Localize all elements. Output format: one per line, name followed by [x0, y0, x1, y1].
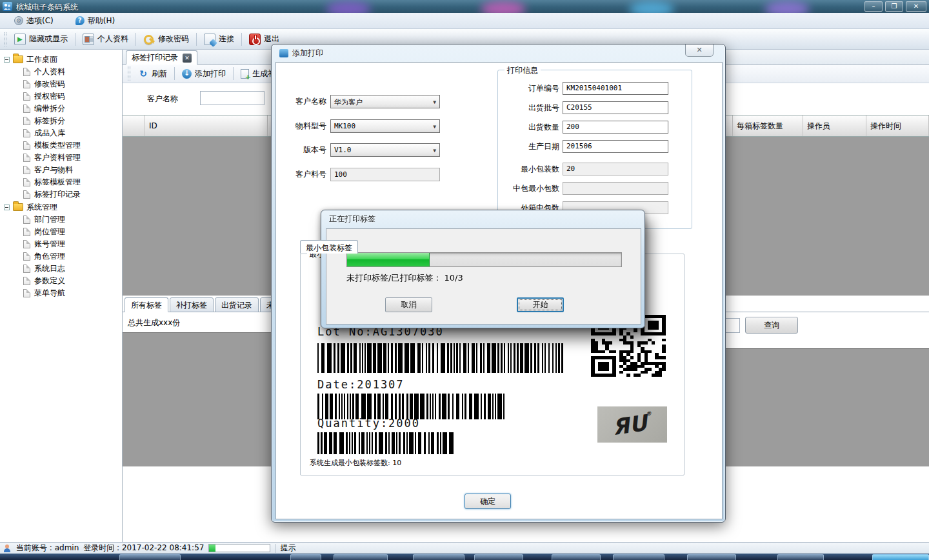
tree-item[interactable]: 岗位管理: [0, 226, 122, 238]
restore-button[interactable]: ❐: [885, 1, 903, 12]
field-label: 物料型号: [281, 121, 330, 132]
chevron-down-icon: ▼: [433, 124, 436, 130]
tree-item[interactable]: 账号管理: [0, 238, 122, 250]
info-field-5: [563, 182, 668, 195]
taskbar-button[interactable]: [413, 554, 464, 560]
minimize-button[interactable]: –: [864, 1, 883, 12]
tree-item[interactable]: 模板类型管理: [0, 139, 122, 152]
info-row: 中包最小包数: [498, 182, 668, 195]
field-label: 出货数量: [498, 122, 563, 133]
tree-group-workspace[interactable]: 工作桌面: [0, 53, 122, 66]
taskbar-button[interactable]: [334, 554, 388, 560]
grid-column-header[interactable]: ID: [145, 115, 268, 136]
tree-item[interactable]: 编带拆分: [0, 103, 122, 115]
document-icon: [23, 166, 30, 174]
progress-dialog-content: 未打印标签/已打印标签： 10/3 取消 开始: [326, 228, 641, 325]
preview-tab[interactable]: 最小包装标签: [300, 240, 358, 254]
start-button[interactable]: 开始: [517, 297, 564, 312]
tree-item[interactable]: 菜单导航: [0, 287, 122, 299]
grid-column-header[interactable]: 每箱标签数量: [733, 115, 803, 136]
toolbar-button-hide-show[interactable]: 隐藏或显示: [9, 32, 73, 47]
taskbar-button[interactable]: [474, 554, 523, 560]
login-time: 登录时间 : 2017-02-22 08:41:57: [83, 543, 204, 554]
document-icon: [23, 215, 30, 224]
menu-item-options[interactable]: ⚙选项(C): [12, 14, 56, 28]
customer-name-input[interactable]: [200, 91, 265, 105]
toolbar-button-connect[interactable]: 连接: [199, 32, 239, 47]
info-field-3[interactable]: 201506: [563, 140, 668, 153]
tree-item[interactable]: 角色管理: [0, 250, 122, 263]
tree-item[interactable]: 标签拆分: [0, 115, 122, 127]
ul-certification-logo: ЯU®: [597, 406, 667, 443]
taskbar-button[interactable]: [119, 554, 181, 560]
info-row: 出货批号C20155: [498, 101, 668, 114]
tab-label-print-records[interactable]: 标签打印记录 ✕: [126, 50, 197, 65]
close-button[interactable]: ✕: [906, 1, 926, 12]
grid-column-header[interactable]: 操作员: [803, 115, 866, 136]
tree-item[interactable]: 修改密码: [0, 78, 122, 90]
info-field-2[interactable]: 200: [563, 121, 668, 134]
tree-item-label: 标签拆分: [34, 115, 65, 126]
grid-column-header[interactable]: [123, 115, 145, 136]
tree-expander-icon[interactable]: [4, 57, 10, 63]
grid-column-header[interactable]: 操作时间: [866, 115, 929, 136]
taskbar-button[interactable]: [613, 554, 664, 560]
taskbar-button[interactable]: [552, 554, 601, 560]
chevron-down-icon: ▼: [433, 148, 436, 154]
document-icon: [23, 92, 30, 101]
tree-item-label: 成品入库: [34, 128, 65, 139]
current-account: 当前账号 : admin: [16, 543, 79, 554]
user-icon: [3, 544, 12, 553]
field-label: 版本号: [281, 145, 330, 155]
taskbar-button[interactable]: [777, 554, 824, 560]
quantity-text: Quantity:2000: [317, 417, 420, 430]
query-button[interactable]: 查询: [745, 317, 798, 334]
tree-item[interactable]: 客户与物料: [0, 164, 122, 176]
tree-item[interactable]: 部门管理: [0, 214, 122, 226]
info-field-1[interactable]: C20155: [563, 101, 668, 114]
divider: [275, 544, 275, 553]
tree-item[interactable]: 系统日志: [0, 263, 122, 275]
window-title: 槟城电子条码系统: [16, 2, 78, 13]
taskbar-button-active[interactable]: [872, 554, 929, 560]
combo-2[interactable]: V1.0▼: [330, 143, 440, 157]
toolbar-separator: [233, 67, 234, 80]
tree-expander-icon[interactable]: [4, 205, 10, 210]
lower-tab-1[interactable]: 补打标签: [170, 297, 214, 312]
status-progressbar: [208, 544, 270, 552]
taskbar-button[interactable]: [687, 554, 736, 560]
lower-tab-2[interactable]: 出货记录: [215, 297, 259, 312]
tree-item[interactable]: 授权密码: [0, 90, 122, 103]
tree-item-label: 授权密码: [34, 91, 65, 102]
dialog-app-icon: [279, 49, 288, 57]
chevron-down-icon: ▼: [433, 99, 436, 105]
tree-item[interactable]: 成品入库: [0, 127, 122, 139]
document-icon: [23, 178, 30, 186]
tab-close-icon[interactable]: ✕: [183, 54, 192, 63]
toolbar-button-change-password[interactable]: 修改密码: [138, 32, 194, 47]
toolbar-button-profile[interactable]: 个人资料: [77, 32, 134, 47]
tree-group-system[interactable]: 系统管理: [0, 201, 122, 214]
field-label: 订单编号: [498, 83, 563, 94]
refresh-icon: ↻: [138, 68, 148, 79]
cancel-button[interactable]: 取消: [385, 297, 432, 312]
progress-dialog-title: 正在打印标签: [329, 214, 375, 225]
records-toolbar-add-print[interactable]: ↓添加打印: [177, 66, 231, 81]
lower-tab-0[interactable]: 所有标签: [125, 297, 168, 312]
ok-button[interactable]: 确定: [464, 494, 511, 509]
menu-item-help[interactable]: ?帮助(H): [73, 14, 117, 28]
toolbar-separator: [241, 33, 242, 46]
tree-item[interactable]: 标签打印记录: [0, 188, 122, 201]
tree-item[interactable]: 客户资料管理: [0, 152, 122, 164]
toolbar-button-label: 退出: [264, 34, 279, 45]
taskbar-button[interactable]: [290, 554, 321, 560]
combo-1[interactable]: MK100▼: [330, 119, 440, 133]
info-field-0[interactable]: KM20150401001: [563, 82, 668, 95]
tree-item[interactable]: 参数定义: [0, 275, 122, 287]
field-label: 客户料号: [281, 169, 330, 180]
combo-0[interactable]: 华为客户▼: [330, 95, 440, 108]
tree-item[interactable]: 标签模板管理: [0, 176, 122, 188]
dialog-close-button[interactable]: ✕: [685, 45, 714, 57]
tree-item[interactable]: 个人资料: [0, 66, 122, 78]
records-toolbar-refresh[interactable]: ↻刷新: [133, 66, 172, 81]
